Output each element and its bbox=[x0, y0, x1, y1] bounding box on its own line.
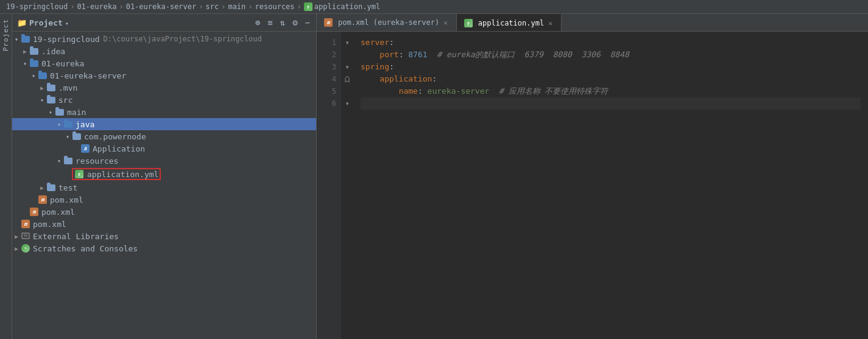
tree-icon-resources bbox=[63, 156, 73, 166]
line-num-6: 6 bbox=[317, 97, 341, 110]
tree-item-pom-eureka-server[interactable]: ▶ m pom.xml bbox=[12, 194, 316, 206]
tree-icon-application-class: A bbox=[80, 144, 90, 153]
project-dropdown-icon[interactable] bbox=[65, 18, 69, 27]
tree-label-idea: .idea bbox=[41, 47, 65, 56]
code-line-5: name: eureka-server # 应用名称 不要使用特殊字符 bbox=[361, 85, 861, 97]
bookmark-icon-4 bbox=[344, 75, 351, 83]
breadcrumb-filename: application.yml bbox=[314, 2, 380, 11]
code-line-6 bbox=[361, 97, 861, 110]
breadcrumb-item-1[interactable]: 19-springcloud bbox=[6, 2, 68, 11]
tree-item-com-powernode[interactable]: ▾ com.powernode bbox=[12, 130, 316, 142]
tree-label-com-powernode: com.powernode bbox=[84, 132, 146, 141]
tree-label-eureka-server: 01-eureka-server bbox=[50, 71, 126, 80]
breadcrumb-file[interactable]: y application.yml bbox=[304, 2, 380, 11]
toolbar-gear-button[interactable]: ⚙ bbox=[291, 16, 298, 29]
tab-pom-xml[interactable]: m pom.xml (eureka-server) ✕ bbox=[317, 14, 457, 31]
tree-item-root[interactable]: ▾ 19-springcloud D:\course\javaProject\1… bbox=[12, 33, 316, 45]
sidebar-strip-label: Project bbox=[2, 19, 10, 51]
tree-item-pom-root[interactable]: ▶ m pom.xml bbox=[12, 218, 316, 230]
folder-icon-project: 📁 bbox=[17, 18, 27, 27]
tree-label-resources: resources bbox=[76, 156, 118, 166]
breadcrumb-item-2[interactable]: 01-eureka bbox=[77, 2, 116, 11]
toolbar-align-mid-button[interactable]: ⇅ bbox=[279, 16, 286, 29]
tree-item-resources[interactable]: ▾ resources bbox=[12, 155, 316, 167]
gutter-arrow-6[interactable]: ▾ bbox=[345, 99, 349, 108]
gutter-arrow-1[interactable]: ▾ bbox=[345, 38, 349, 47]
tree-label-pom-root: pom.xml bbox=[33, 220, 66, 229]
tree-icon-java bbox=[63, 119, 73, 129]
tree-icon-pom-eureka-server: m bbox=[38, 195, 48, 204]
code-content[interactable]: server: port: 8761 # eureka的默认端口 6379 80… bbox=[353, 32, 868, 339]
file-tree: ▾ 19-springcloud D:\course\javaProject\1… bbox=[12, 32, 316, 339]
tree-label-root: 19-springcloud bbox=[33, 35, 100, 44]
tab-bar: m pom.xml (eureka-server) ✕ y applicatio… bbox=[317, 14, 868, 32]
tab-label-yml: application.yml bbox=[478, 19, 544, 27]
toolbar-globe-button[interactable]: ⊕ bbox=[254, 16, 261, 29]
tree-item-scratches[interactable]: ▶ ✎ Scratches and Consoles bbox=[12, 242, 316, 254]
tree-label-java: java bbox=[76, 120, 94, 129]
tree-item-pom-eureka[interactable]: ▶ m pom.xml bbox=[12, 206, 316, 218]
tree-icon-main bbox=[55, 107, 65, 117]
tab-application-yml[interactable]: y application.yml ✕ bbox=[457, 14, 562, 31]
toolbar-align-top-button[interactable]: ≡ bbox=[266, 16, 273, 29]
breadcrumb-bar: 19-springcloud › 01-eureka › 01-eureka-s… bbox=[0, 0, 868, 14]
tree-arrow-main: ▾ bbox=[46, 109, 55, 116]
breadcrumb-item-5[interactable]: main bbox=[228, 2, 245, 11]
code-editor[interactable]: 1 2 3 4 5 6 ▾ ▾ ▾ server: bbox=[317, 32, 868, 339]
breadcrumb-item-3[interactable]: 01-eureka-server bbox=[126, 2, 197, 11]
tree-label-ext-libs: External Libraries bbox=[33, 232, 119, 241]
project-panel-title: 📁 Project bbox=[17, 18, 249, 27]
line-numbers: 1 2 3 4 5 6 bbox=[317, 32, 341, 339]
toolbar-minus-button[interactable]: − bbox=[304, 16, 311, 29]
breadcrumb-sep-5: › bbox=[248, 2, 252, 11]
tree-item-application-yml[interactable]: ▶ y application.yml bbox=[12, 167, 316, 181]
editor-gutter: ▾ ▾ ▾ bbox=[341, 32, 353, 339]
tree-item-ext-libs[interactable]: ▶ External Libraries bbox=[12, 230, 316, 242]
breadcrumb-sep-4: › bbox=[221, 2, 225, 11]
tree-arrow-test: ▶ bbox=[38, 184, 46, 191]
tree-label-src: src bbox=[58, 96, 72, 105]
tab-icon-yml: y bbox=[464, 19, 473, 27]
tree-item-java[interactable]: ▾ java bbox=[12, 118, 316, 130]
tree-item-application-class[interactable]: ▶ A Application bbox=[12, 142, 316, 155]
tab-close-yml[interactable]: ✕ bbox=[547, 19, 554, 27]
tree-icon-root bbox=[21, 34, 30, 44]
tab-icon-pom: m bbox=[324, 18, 333, 27]
tree-label-application-class: Application bbox=[93, 144, 145, 153]
tree-arrow-ext-libs: ▶ bbox=[12, 233, 21, 240]
line-num-1: 1 bbox=[317, 37, 341, 49]
tab-close-pom[interactable]: ✕ bbox=[442, 19, 449, 27]
breadcrumb-item-6[interactable]: resources bbox=[255, 2, 295, 11]
tree-item-src[interactable]: ▾ src bbox=[12, 94, 316, 106]
tree-icon-src bbox=[46, 95, 56, 105]
tree-item-eureka-server[interactable]: ▾ 01-eureka-server bbox=[12, 69, 316, 82]
tree-icon-application-yml: y bbox=[74, 169, 84, 179]
gutter-4 bbox=[341, 73, 353, 85]
tree-item-test[interactable]: ▶ test bbox=[12, 181, 316, 194]
line-num-3: 3 bbox=[317, 61, 341, 73]
line-num-5: 5 bbox=[317, 85, 341, 97]
tree-icon-mvn bbox=[46, 83, 56, 93]
tree-item-eureka[interactable]: ▾ 01-eureka bbox=[12, 57, 316, 69]
tree-label-main: main bbox=[67, 108, 86, 117]
tree-label-test: test bbox=[58, 183, 77, 192]
breadcrumb-sep-2: › bbox=[119, 2, 123, 11]
tree-icon-pom-root: m bbox=[21, 219, 30, 229]
breadcrumb-item-4[interactable]: src bbox=[205, 2, 219, 11]
project-toolbar: 📁 Project ⊕ ≡ ⇅ ⚙ − bbox=[12, 14, 316, 32]
tree-icon-scratches: ✎ bbox=[21, 243, 30, 253]
tree-label-pom-eureka-server: pom.xml bbox=[50, 195, 83, 204]
tree-arrow-idea: ▶ bbox=[21, 48, 29, 55]
tree-arrow-eureka-server: ▾ bbox=[29, 72, 38, 79]
tree-item-idea[interactable]: ▶ .idea bbox=[12, 45, 316, 57]
code-line-3: spring: bbox=[361, 61, 861, 73]
tree-arrow-eureka: ▾ bbox=[21, 60, 29, 67]
gutter-arrow-3[interactable]: ▾ bbox=[345, 63, 349, 71]
svg-marker-3 bbox=[345, 76, 349, 82]
tree-item-mvn[interactable]: ▶ .mvn bbox=[12, 82, 316, 94]
application-yml-highlight-box: y application.yml bbox=[72, 168, 161, 180]
tree-arrow-src: ▾ bbox=[38, 97, 46, 103]
tree-label-eureka: 01-eureka bbox=[41, 59, 84, 68]
tree-icon-eureka bbox=[29, 58, 39, 68]
tree-item-main[interactable]: ▾ main bbox=[12, 106, 316, 118]
